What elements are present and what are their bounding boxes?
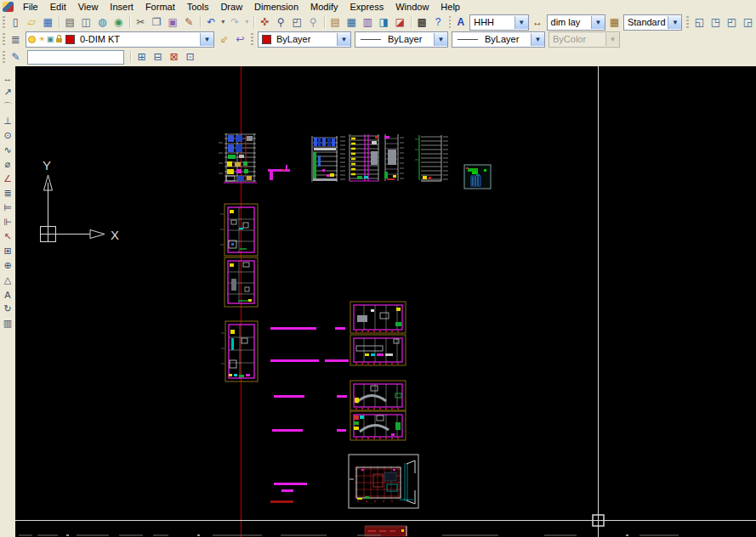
plot-button[interactable]: ▤ <box>62 14 78 30</box>
zoom-realtime-button[interactable]: ⚲ <box>273 14 289 30</box>
reference-name-input[interactable] <box>27 50 124 65</box>
send-to-back-button[interactable]: ◳ <box>708 14 724 30</box>
elevation-1[interactable] <box>219 133 257 183</box>
floor-plan-left-3[interactable] <box>221 321 258 382</box>
zoom-previous-button[interactable]: ⚲ <box>305 14 321 30</box>
dim-style-icon[interactable]: ↔ <box>531 14 545 30</box>
dim-linear-button[interactable]: ↔ <box>1 71 15 85</box>
dim-text-edit-button[interactable]: A <box>1 287 15 302</box>
menu-modify[interactable]: Modify <box>304 1 344 13</box>
bring-to-front-button[interactable]: ◱ <box>691 14 708 30</box>
elevation-5[interactable] <box>415 135 448 181</box>
toolbar-grip[interactable] <box>3 16 5 28</box>
floor-plan-right-1[interactable] <box>350 302 406 333</box>
chevron-down-icon[interactable]: ▼ <box>200 33 213 46</box>
discard-changes-button[interactable]: ⊠ <box>166 49 182 65</box>
layer-on-bulb-icon[interactable] <box>28 36 36 43</box>
layer-freeze-sun-icon[interactable]: ☀ <box>37 34 46 44</box>
open-button[interactable]: ▱ <box>24 14 40 30</box>
remove-objects-button[interactable]: ⊟ <box>150 49 166 65</box>
redo-button[interactable]: ↷ <box>227 14 243 30</box>
chevron-down-icon[interactable]: ▼ <box>337 33 350 46</box>
menu-view[interactable]: View <box>72 1 105 13</box>
designcenter-button[interactable]: ▦ <box>344 14 360 30</box>
center-mark-button[interactable]: ⊕ <box>1 258 15 273</box>
text-style-combo[interactable]: HHH ▼ <box>469 14 528 31</box>
help-button[interactable]: ? <box>430 14 446 30</box>
floor-plan-left-1[interactable] <box>220 204 258 256</box>
floor-plan-right-3[interactable] <box>350 381 406 410</box>
menu-edit[interactable]: Edit <box>44 1 72 13</box>
layer-viewport-freeze-icon[interactable]: ▣ <box>46 34 54 44</box>
lineweight-control-combo[interactable]: ByLayer ▼ <box>452 31 545 48</box>
markup-manager-button[interactable]: ◪ <box>392 14 408 30</box>
dim-style-combo[interactable]: dim lay ▼ <box>547 14 605 31</box>
floor-plan-bottom[interactable] <box>349 455 418 508</box>
save-reference-button[interactable]: ⊡ <box>182 49 198 65</box>
chevron-down-icon[interactable]: ▼ <box>591 16 605 29</box>
site-thumbnail[interactable] <box>464 165 491 189</box>
quickcalc-button[interactable]: ▩ <box>414 14 430 30</box>
add-objects-button[interactable]: ⊞ <box>134 49 150 65</box>
layer-combo[interactable]: ☀ ▣ 0-DIM KT ▼ <box>26 31 214 48</box>
edit-reference-icon[interactable]: ✎ <box>8 49 24 65</box>
dim-baseline-button[interactable]: ⊨ <box>1 201 15 215</box>
sheetset-manager-button[interactable]: ◨ <box>376 14 392 30</box>
dim-quick-button[interactable]: ≣ <box>1 186 15 201</box>
floor-plan-right-2[interactable] <box>350 335 406 365</box>
dim-edit-button[interactable]: △ <box>1 273 15 287</box>
color-control-combo[interactable]: ByLayer ▼ <box>258 31 351 48</box>
elevation-3[interactable] <box>350 134 378 181</box>
properties-button[interactable]: ▤ <box>327 14 344 30</box>
chevron-down-icon[interactable]: ▼ <box>668 16 681 29</box>
menu-express[interactable]: Express <box>344 1 389 13</box>
copy-button[interactable]: ❐ <box>149 14 165 30</box>
undo-button[interactable]: ↶ <box>203 14 219 30</box>
dim-update-button[interactable]: ↻ <box>1 302 15 316</box>
dim-aligned-button[interactable]: ↗ <box>1 85 15 99</box>
menu-file[interactable]: File <box>17 1 44 13</box>
elevation-4[interactable] <box>384 134 404 181</box>
menu-draw[interactable]: Draw <box>214 1 248 13</box>
save-button[interactable]: ▦ <box>40 14 56 30</box>
tool-palettes-button[interactable]: ▥ <box>360 14 376 30</box>
toolbar-grip[interactable] <box>449 16 452 28</box>
chevron-down-icon[interactable]: ▼ <box>514 16 528 29</box>
linetype-control-combo[interactable]: ByLayer ▼ <box>355 31 448 48</box>
toolbar-grip[interactable] <box>686 16 689 28</box>
paste-button[interactable]: ▣ <box>165 14 181 30</box>
text-style-icon[interactable]: A <box>453 14 468 30</box>
quick-leader-button[interactable]: ↖ <box>1 229 15 244</box>
tolerance-button[interactable]: ⊞ <box>1 244 15 258</box>
send-under-button[interactable]: ◲ <box>740 14 756 30</box>
layer-lock-icon[interactable] <box>56 38 62 42</box>
3d-dwf-button[interactable]: ◉ <box>111 14 127 30</box>
dim-style-button[interactable]: ▥ <box>1 316 15 331</box>
dim-radius-button[interactable]: ⊙ <box>1 128 15 143</box>
chevron-down-icon[interactable]: ▼ <box>434 33 447 46</box>
bring-above-button[interactable]: ◰ <box>724 14 740 30</box>
menu-format[interactable]: Format <box>139 1 181 13</box>
publish-button[interactable]: ◍ <box>94 14 111 30</box>
toolbar-grip[interactable] <box>3 51 5 63</box>
zoom-window-button[interactable]: ◰ <box>289 14 305 30</box>
chevron-down-icon[interactable]: ▼ <box>531 33 544 46</box>
dim-jogged-button[interactable]: ∿ <box>1 143 15 157</box>
menu-window[interactable]: Window <box>389 1 435 13</box>
toolbar-grip[interactable] <box>251 33 253 45</box>
plot-preview-button[interactable]: ◫ <box>78 14 94 30</box>
menu-insert[interactable]: Insert <box>104 1 139 13</box>
detail-callout[interactable] <box>268 165 290 180</box>
menu-dimension[interactable]: Dimension <box>248 1 304 13</box>
menu-help[interactable]: Help <box>435 1 466 13</box>
clipped-drawing-fragment[interactable] <box>365 526 406 536</box>
match-properties-button[interactable]: ✎ <box>181 14 197 30</box>
floor-plan-right-4[interactable] <box>350 411 406 440</box>
dim-diameter-button[interactable]: ⌀ <box>1 157 15 172</box>
elevation-2[interactable] <box>312 136 345 182</box>
qnew-button[interactable]: ▯ <box>8 14 24 30</box>
table-style-combo[interactable]: Standard ▼ <box>623 14 682 31</box>
dim-ordinate-button[interactable]: ⊥ <box>1 114 15 128</box>
dim-arc-length-button[interactable]: ⌒ <box>1 99 15 114</box>
dim-continue-button[interactable]: ⊩ <box>1 215 15 229</box>
